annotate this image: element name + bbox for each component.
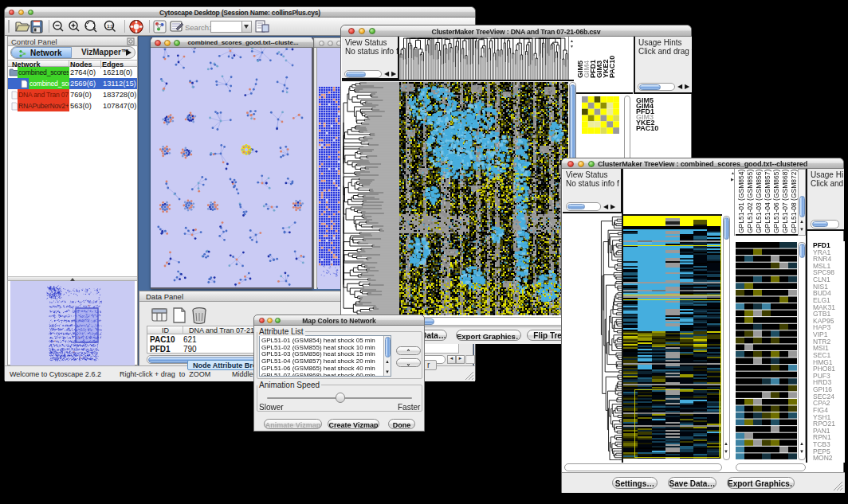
svg-text:1:1: 1:1 xyxy=(107,24,113,29)
